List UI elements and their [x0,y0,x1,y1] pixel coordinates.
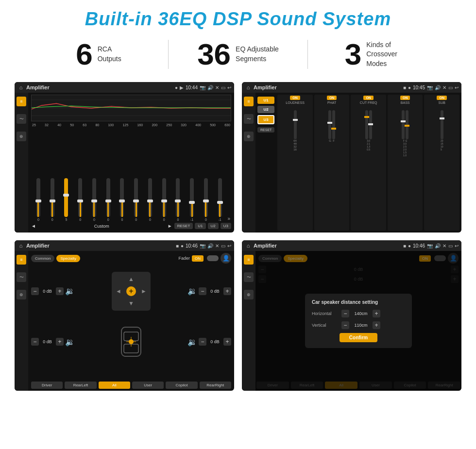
rect-icon-c[interactable]: ▭ [448,85,453,90]
back-icon-d[interactable]: ↩ [455,243,459,249]
close-icon-eq[interactable]: ✕ [215,85,219,90]
back-icon-f[interactable]: ↩ [227,243,231,249]
reset-btn-cross[interactable]: RESET [257,127,274,133]
btn-driver[interactable]: Driver [31,382,63,389]
dot-icon-c: ■ [403,85,406,90]
btn-user[interactable]: User [132,382,164,389]
rl-plus[interactable]: + [56,338,64,346]
bass-on-btn[interactable]: ON [400,96,410,100]
slider-col-7[interactable]: 0 [116,178,129,221]
play-icon[interactable]: ▶ [180,85,184,90]
left-arrow-icon[interactable]: ◄ [116,288,121,295]
slider-col-8[interactable]: 0 [130,178,142,221]
slider-col-5[interactable]: 0 [88,178,101,221]
tab-common[interactable]: Common [31,255,54,262]
confirm-button[interactable]: Confirm [340,333,377,342]
rect-icon[interactable]: ▭ [221,85,225,90]
home-icon[interactable]: ⌂ [17,84,24,91]
slider-col-9[interactable]: 0 [144,178,156,221]
u3-sel-btn[interactable]: U3 [257,115,274,124]
fr-plus[interactable]: + [223,287,231,295]
vertical-minus[interactable]: − [341,321,349,329]
sub-on-btn[interactable]: ON [437,96,447,100]
wave-icon-f[interactable]: 〜 [17,272,26,282]
tab-specialty[interactable]: Specialty [56,255,80,262]
camera-icon[interactable]: 📷 [200,85,205,90]
home-icon-c[interactable]: ⌂ [245,84,252,91]
fl-plus[interactable]: + [56,287,64,295]
fl-minus[interactable]: − [31,287,39,295]
fader-main: Common Specialty Fader ON 👤 − 0 dB + 🔉 [28,251,234,391]
home-icon-f[interactable]: ⌂ [17,242,24,249]
phat-on-btn[interactable]: ON [327,96,337,100]
eq-icon-c[interactable]: ≡ [244,97,254,106]
rear-right-ctrl: 🔉 − 0 dB + [187,337,231,347]
slider-col-4[interactable]: 0 [74,178,86,221]
volume-icon-c[interactable]: 🔊 [435,85,441,90]
u2-btn[interactable]: U2 [208,223,219,229]
loudness-on-btn[interactable]: ON [290,96,300,100]
u1-sel-btn[interactable]: U1 [257,97,274,104]
horizontal-plus[interactable]: + [373,310,380,317]
speaker-icon-c[interactable]: ⊕ [244,132,254,141]
next-btn[interactable]: ► [168,223,172,229]
slider-col-12[interactable]: -1 [186,178,198,221]
btn-rearleft[interactable]: RearLeft [65,382,96,389]
reset-btn-eq[interactable]: RESET [174,223,193,229]
slider-col-14[interactable]: -1 [214,178,226,221]
cutfreq-on-btn[interactable]: ON [363,96,374,100]
close-icon-f[interactable]: ✕ [215,243,219,249]
slider-col-13[interactable]: 0 [200,178,212,221]
profile-icon-f[interactable]: 👤 [221,253,231,264]
prev-btn[interactable]: ◄ [31,223,36,229]
rr-plus[interactable]: + [223,338,231,346]
slider-col-1[interactable]: 0 [32,178,45,221]
rect-icon-d[interactable]: ▭ [448,243,453,249]
back-icon[interactable]: ↩ [227,85,231,90]
fader-on-btn[interactable]: ON [192,255,204,262]
fader-switch[interactable] [207,255,219,261]
btn-all[interactable]: All [99,382,130,389]
u1-btn[interactable]: U1 [195,223,205,229]
volume-icon-f[interactable]: 🔊 [207,243,213,249]
speaker-icon-f[interactable]: ⊕ [17,290,26,299]
speaker-icon-d[interactable]: ⊕ [244,290,254,299]
btn-copilot[interactable]: Copilot [166,382,197,389]
btn-rearright[interactable]: RearRight [200,382,231,389]
volume-icon-d[interactable]: 🔊 [435,243,441,249]
u2-sel-btn[interactable]: U2 [257,106,274,113]
slider-col-3[interactable]: 5 [60,178,73,221]
wave-icon-c[interactable]: 〜 [244,114,254,124]
eq-icon-f[interactable]: ≡ [17,255,26,265]
up-arrow-icon[interactable]: ▲ [128,276,134,283]
horizontal-minus[interactable]: − [341,310,349,317]
dialog-title: Car speaker distance setting [312,299,405,305]
fr-minus[interactable]: − [199,287,206,295]
eq-icon[interactable]: ≡ [17,97,26,106]
rr-minus[interactable]: − [199,338,206,346]
slider-col-10[interactable]: 0 [158,178,170,221]
slider-col-11[interactable]: 0 [172,178,185,221]
rl-minus[interactable]: − [31,338,39,346]
volume-icon[interactable]: 🔊 [207,85,213,90]
speaker-rl-icon: 🔉 [65,337,75,347]
slider-col-6[interactable]: 0 [102,178,115,221]
vertical-plus[interactable]: + [373,321,380,329]
u3-btn[interactable]: U3 [221,223,231,229]
back-icon-c[interactable]: ↩ [455,85,459,90]
right-arrow-icon[interactable]: ► [141,288,147,295]
eq-icon-d[interactable]: ≡ [244,255,254,265]
camera-icon-c[interactable]: 📷 [427,85,433,90]
down-arrow-icon[interactable]: ▼ [128,300,134,307]
wave-icon[interactable]: 〜 [17,114,26,124]
slider-col-2[interactable]: 0 [46,178,59,221]
camera-icon-d[interactable]: 📷 [427,243,433,249]
close-icon-c[interactable]: ✕ [442,85,446,90]
close-icon-d[interactable]: ✕ [442,243,446,249]
speaker-icon[interactable]: ⊕ [17,132,26,141]
wave-icon-d[interactable]: 〜 [244,272,254,282]
home-icon-d[interactable]: ⌂ [245,242,252,249]
camera-icon-f[interactable]: 📷 [200,243,205,249]
more-btn[interactable]: » [228,216,231,221]
rect-icon-f[interactable]: ▭ [221,243,225,249]
